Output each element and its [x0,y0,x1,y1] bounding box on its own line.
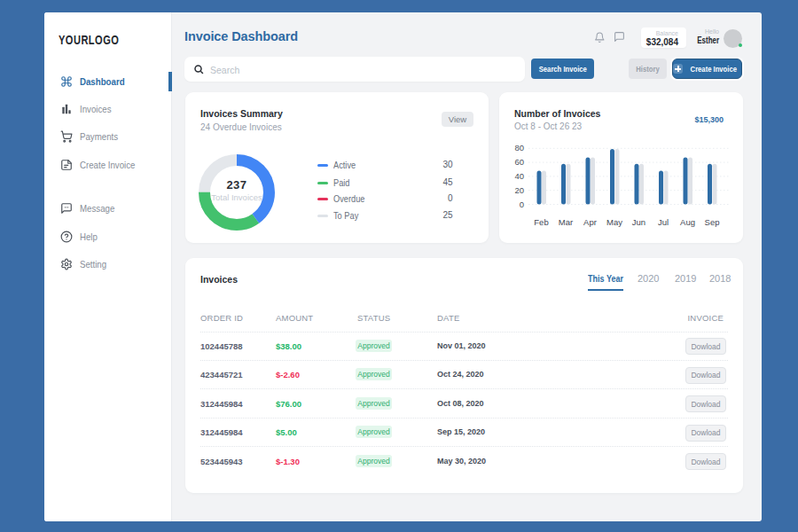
svg-text:Aug: Aug [680,217,695,227]
svg-text:0: 0 [520,200,524,209]
svg-text:60: 60 [514,157,524,167]
svg-text:Feb: Feb [534,217,548,227]
svg-text:Jul: Jul [658,217,669,227]
svg-text:Apr: Apr [583,217,597,227]
svg-text:40: 40 [514,171,524,181]
svg-text:Mar: Mar [559,217,573,227]
svg-text:May: May [606,217,622,227]
svg-text:Sep: Sep [705,217,720,227]
svg-text:80: 80 [514,143,524,153]
svg-text:Jun: Jun [632,217,645,227]
svg-text:20: 20 [514,185,524,195]
